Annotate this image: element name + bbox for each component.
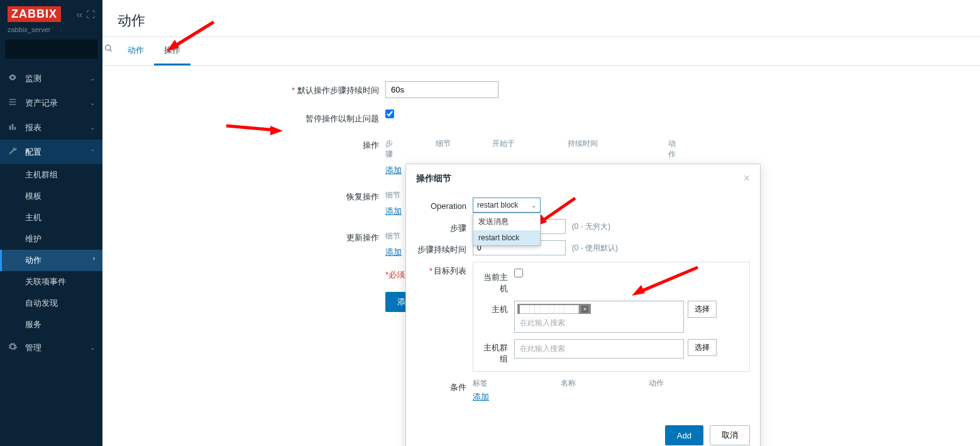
search-box[interactable]: [5, 40, 97, 59]
chevron-down-icon: ⌄: [90, 99, 95, 106]
modal-cancel-button[interactable]: 取消: [710, 425, 750, 445]
tab-operations[interactable]: 操作: [154, 37, 190, 65]
modal-add-button[interactable]: Add: [665, 425, 703, 445]
th-action: 动作: [668, 138, 718, 160]
zabbix-logo: ZABBIX: [8, 6, 61, 22]
nav-reports[interactable]: 报表 ⌄: [0, 115, 102, 140]
page-title: 动作: [118, 11, 965, 30]
search-input[interactable]: [10, 45, 104, 53]
duration-hint: (0 - 使用默认): [572, 243, 618, 252]
sub-actions[interactable]: 动作 ›: [0, 250, 102, 271]
label-operations: 操作: [216, 136, 385, 151]
th-steps: 步骤: [385, 138, 436, 160]
tag-remove-icon[interactable]: ×: [581, 306, 589, 313]
host-placeholder: 在此输入搜索: [516, 315, 682, 331]
eye-icon: [8, 72, 19, 84]
sub-label: 动作: [25, 255, 41, 265]
mrow-conditions: 条件 标签 名称 动作 添加: [416, 378, 750, 403]
ch-action: 动作: [649, 378, 737, 389]
operation-dropdown: 发送消息 restart block: [473, 213, 541, 246]
operation-details-modal: 操作细节 × Operation restart block ⌄ 发送消息 re…: [405, 164, 761, 446]
steps-hint: (0 - 无穷大): [572, 222, 610, 231]
chevron-down-icon: ⌄: [90, 124, 95, 131]
fullscreen-icon[interactable]: ⛶: [86, 9, 95, 20]
tabs: 动作 操作: [102, 37, 980, 66]
hostgroup-tag-input[interactable]: 在此输入搜索: [514, 339, 684, 359]
nav-inventory[interactable]: 资产记录 ⌄: [0, 91, 102, 115]
mlabel-target: *目标列表: [416, 262, 473, 277]
nav-monitoring[interactable]: 监测 ⌄: [0, 66, 102, 91]
add-operation-link[interactable]: 添加: [385, 162, 402, 176]
row-default-duration: *默认操作步骤持续时间: [216, 81, 965, 98]
close-icon[interactable]: ×: [743, 172, 750, 185]
hostgroup-placeholder: 在此输入搜索: [516, 341, 569, 357]
add-condition-link[interactable]: 添加: [473, 389, 489, 403]
host-tag-input[interactable]: ████████████× 在此输入搜索: [514, 301, 684, 333]
sub-discovery[interactable]: 自动发现: [0, 293, 102, 314]
chevron-down-icon: ⌄: [531, 202, 536, 209]
collapse-icon[interactable]: ‹‹: [77, 9, 82, 20]
tlabel-hostgroup: 主机群组: [480, 339, 514, 365]
ch-tag: 标签: [473, 378, 561, 389]
svg-rect-5: [9, 126, 11, 130]
select-value: restart block: [477, 201, 518, 209]
sub-services[interactable]: 服务: [0, 314, 102, 335]
operation-select[interactable]: restart block ⌄: [473, 198, 541, 213]
trow-current-host: 当前主机: [480, 269, 743, 294]
add-recovery-link[interactable]: 添加: [385, 203, 402, 217]
modal-title: 操作细节: [416, 173, 451, 184]
chevron-up-icon: ⌃: [90, 148, 95, 155]
nav-configuration[interactable]: 配置 ⌃: [0, 140, 102, 164]
chevron-down-icon: ⌄: [90, 75, 95, 82]
trow-host: 主机 ████████████× 在此输入搜索 选择: [480, 301, 743, 333]
mlabel-duration: 步骤持续时间: [416, 240, 473, 255]
mrow-steps: 步骤 (0 - 无穷大): [416, 219, 750, 234]
sidebar-collapse-icons[interactable]: ‹‹ ⛶: [77, 9, 95, 20]
nav-label: 监测: [25, 73, 41, 84]
svg-rect-6: [12, 124, 14, 130]
hostgroup-select-button[interactable]: 选择: [688, 339, 717, 356]
mrow-operation: Operation restart block ⌄ 发送消息 restart b…: [416, 198, 750, 213]
dd-item-restart-block[interactable]: restart block: [473, 230, 540, 245]
nav-label: 配置: [25, 147, 41, 158]
checkbox-pause[interactable]: [385, 109, 394, 118]
modal-header: 操作细节 ×: [406, 164, 760, 192]
host-select-button[interactable]: 选择: [688, 301, 717, 318]
sub-hosts[interactable]: 主机: [0, 207, 102, 228]
trow-hostgroup: 主机群组 在此输入搜索 选择: [480, 339, 743, 365]
sub-hostgroups[interactable]: 主机群组: [0, 164, 102, 186]
page-header: 动作: [102, 0, 980, 37]
label-default-duration: *默认操作步骤持续时间: [216, 81, 385, 96]
mrow-duration: 步骤持续时间 (0 - 使用默认): [416, 240, 750, 255]
ch-name: 名称: [561, 378, 649, 389]
th-details: 细节: [436, 138, 492, 160]
tlabel-host: 主机: [480, 301, 514, 315]
th-start: 开始于: [492, 138, 568, 160]
sub-correlation[interactable]: 关联项事件: [0, 271, 102, 293]
modal-footer: Add 取消: [406, 419, 760, 446]
chart-icon: [8, 121, 19, 133]
mrow-target: *目标列表 当前主机 主机 ████████████× 在此输入搜索: [416, 262, 750, 372]
label-update: 更新操作: [216, 228, 385, 243]
gear-icon: [8, 342, 19, 354]
label-recovery: 恢复操作: [216, 187, 385, 203]
mlabel-operation: Operation: [416, 198, 473, 211]
server-name: zabbix_server: [0, 26, 102, 40]
cond-headers: 标签 名称 动作: [473, 378, 750, 389]
add-update-link[interactable]: 添加: [385, 244, 402, 258]
sidebar-header: ZABBIX ‹‹ ⛶: [0, 0, 102, 26]
input-default-duration[interactable]: [385, 81, 498, 98]
current-host-checkbox[interactable]: [514, 269, 523, 277]
mlabel-conditions: 条件: [416, 378, 473, 393]
sub-maintenance[interactable]: 维护: [0, 228, 102, 250]
sub-templates[interactable]: 模板: [0, 186, 102, 207]
list-icon: [8, 97, 19, 109]
chevron-right-icon: ›: [93, 255, 95, 262]
nav-administration[interactable]: 管理 ⌄: [0, 335, 102, 360]
tab-action[interactable]: 动作: [118, 37, 154, 65]
wrench-icon: [8, 146, 19, 158]
tlabel-current-host: 当前主机: [480, 269, 514, 294]
svg-rect-7: [14, 127, 16, 130]
dd-item-send-message[interactable]: 发送消息: [473, 213, 540, 230]
operations-headers: 步骤 细节 开始于 持续时间 动作: [385, 136, 965, 162]
